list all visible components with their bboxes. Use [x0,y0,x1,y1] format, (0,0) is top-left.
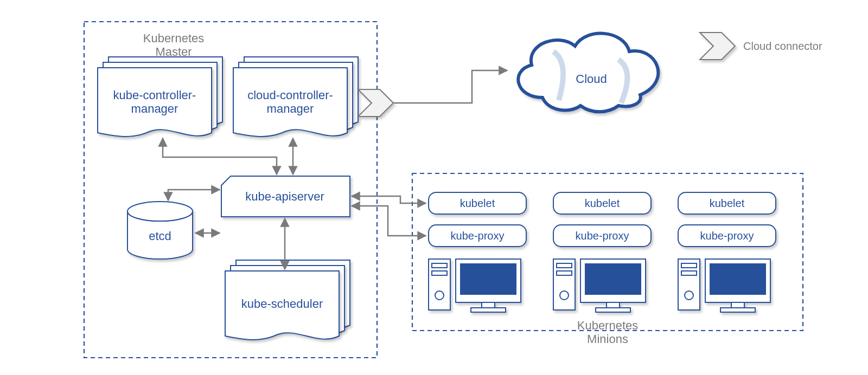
computer-icon [553,259,646,312]
svg-point-1 [127,202,193,221]
arrow-etcd-api-top [168,190,220,201]
svg-rect-10 [471,308,506,312]
chevron-icon [700,33,735,60]
master-title-2: Master [155,45,192,59]
cloud: Cloud [518,34,658,112]
arrow-ccm-cloud [394,70,507,103]
svg-rect-26 [720,308,755,312]
kube-scheduler: kube-scheduler [225,260,350,340]
kube-proxy-label: kube-proxy [576,230,629,242]
svg-marker-2 [358,89,393,117]
ccm-line2: manager [267,102,314,115]
svg-rect-9 [482,302,495,308]
kubelet-label: kubelet [585,197,620,209]
kube-proxy-label: kube-proxy [700,230,754,242]
arrow-kcm-api [163,138,277,174]
arrow-api-proxy [352,206,426,236]
architecture-diagram: Kubernetes Master kube-controller- manag… [0,0,868,375]
minions-title-1: Kubernetes [577,319,639,332]
svg-rect-8 [460,263,516,295]
svg-rect-17 [607,302,620,308]
svg-rect-25 [731,302,744,308]
computer-icon [678,259,770,312]
minions-title-2: Minions [587,332,628,346]
legend-label: Cloud connector [743,40,822,52]
kube-apiserver: kube-apiserver [221,176,350,217]
cloud-controller-manager: cloud-controller- manager [233,57,358,137]
kube-controller-manager: kube-controller- manager [98,57,222,137]
minion-node: kubelet kube-proxy [429,192,526,312]
ccm-line1: cloud-controller- [247,88,333,102]
kubelet-label: kubelet [710,197,745,209]
sched-label: kube-scheduler [241,297,323,311]
arrow-api-kubelet [352,196,426,203]
kubelet-label: kubelet [460,197,495,209]
svg-rect-24 [710,263,766,295]
api-label: kube-apiserver [245,190,324,203]
kube-proxy-label: kube-proxy [451,230,505,242]
svg-rect-16 [585,263,641,295]
master-title-1: Kubernetes [143,31,205,45]
svg-rect-18 [596,308,630,312]
cloud-connector-chevron [358,89,393,117]
kcm-line1: kube-controller- [113,88,196,102]
computer-icon [429,259,521,312]
legend: Cloud connector [700,33,822,60]
etcd: etcd [127,202,193,259]
minion-node: kubelet kube-proxy [678,192,776,312]
kcm-line2: manager [131,102,178,115]
minion-node: kubelet kube-proxy [553,192,651,312]
cloud-label: Cloud [576,72,607,86]
etcd-label: etcd [149,229,171,243]
